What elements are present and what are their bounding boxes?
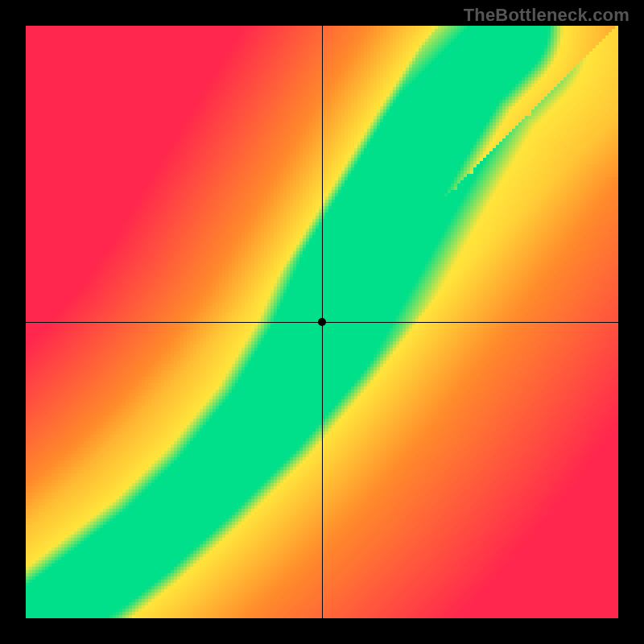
watermark-text: TheBottleneck.com bbox=[464, 5, 630, 26]
crosshair-point bbox=[318, 318, 326, 326]
chart-frame: TheBottleneck.com bbox=[0, 0, 644, 644]
